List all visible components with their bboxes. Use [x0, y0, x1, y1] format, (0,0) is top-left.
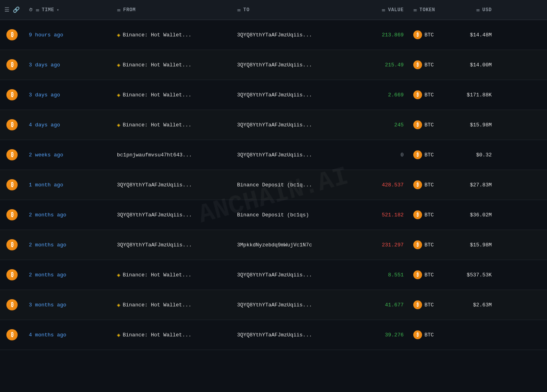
row-to-address: Binance Deposit (bc1qs) — [237, 212, 309, 218]
row-from-cell[interactable]: ◈ Binance: Hot Wallet... — [112, 58, 232, 72]
time-sort-icon[interactable]: ▾ — [56, 8, 59, 12]
row-from-cell[interactable]: 3QYQ8YthYTaAFJmzUqiis... — [112, 178, 232, 192]
row-value: 521.182 — [382, 212, 404, 218]
row-to-cell[interactable]: 3QYQ8YthYTaAFJmzUqiis... — [232, 328, 352, 342]
table-row[interactable]: ₿ 2 weeks ago bc1pnjwaufmvsu47ht643... 3… — [0, 140, 547, 170]
row-time-cell[interactable]: 3 days ago — [24, 58, 112, 72]
row-to-cell[interactable]: 3QYQ8YthYTaAFJmzUqiis... — [232, 148, 352, 162]
row-usd: $2.63M — [473, 302, 492, 308]
row-value-cell: 245 — [352, 118, 408, 132]
row-time-cell[interactable]: 2 weeks ago — [24, 148, 112, 162]
row-to-cell[interactable]: 3QYQ8YthYTaAFJmzUqiis... — [232, 118, 352, 132]
token-btc-icon: ₿ — [413, 270, 422, 279]
table-row[interactable]: ₿ 9 hours ago ◈ Binance: Hot Wallet... 3… — [0, 20, 547, 50]
col-header-to[interactable]: ⚌ TO — [232, 3, 352, 16]
table-row[interactable]: ₿ 4 days ago ◈ Binance: Hot Wallet... 3Q… — [0, 110, 547, 140]
row-to-address: 3QYQ8YthYTaAFJmzUqiis... — [237, 302, 312, 308]
row-value-cell: 39.276 — [352, 328, 408, 342]
table-row[interactable]: ₿ 2 months ago 3QYQ8YthYTaAFJmzUqiis... … — [0, 200, 547, 230]
link-icon[interactable]: 🔗 — [13, 6, 20, 13]
col-header-token[interactable]: ⚌ TOKEN — [408, 3, 448, 16]
row-to-address: 3QYQ8YthYTaAFJmzUqiis... — [237, 32, 312, 38]
col-token-label: TOKEN — [420, 7, 435, 13]
row-time-cell[interactable]: 4 months ago — [24, 328, 112, 342]
row-token-cell[interactable]: ₿ BTC — [408, 146, 448, 163]
row-from-cell[interactable]: ◈ Binance: Hot Wallet... — [112, 298, 232, 312]
row-to-address: 3MpkkdNyzebdq9mWujVc1N7c — [237, 242, 312, 248]
row-from-cell[interactable]: 3QYQ8YthYTaAFJmzUqiis... — [112, 208, 232, 222]
usd-filter-icon: ⚌ — [476, 8, 480, 12]
row-to-cell[interactable]: Binance Deposit (bc1qs) — [232, 208, 352, 222]
row-value: 428.537 — [382, 182, 404, 188]
row-token-cell[interactable]: ₿ BTC — [408, 296, 448, 313]
row-time-cell[interactable]: 1 month ago — [24, 178, 112, 192]
row-from-cell[interactable]: ◈ Binance: Hot Wallet... — [112, 28, 232, 42]
row-to-cell[interactable]: Binance Deposit (bc1q... — [232, 178, 352, 192]
row-token-cell[interactable]: ₿ BTC — [408, 86, 448, 103]
token-btc-icon: ₿ — [413, 180, 422, 189]
row-time-cell[interactable]: 9 hours ago — [24, 28, 112, 42]
row-from-cell[interactable]: bc1pnjwaufmvsu47ht643... — [112, 148, 232, 162]
row-from-address: Binance: Hot Wallet... — [123, 302, 191, 308]
row-token-cell[interactable]: ₿ BTC — [408, 266, 448, 283]
row-token-cell[interactable]: ₿ BTC — [408, 176, 448, 193]
row-from-cell[interactable]: ◈ Binance: Hot Wallet... — [112, 88, 232, 102]
row-from-cell[interactable]: 3QYQ8YthYTaAFJmzUqiis... — [112, 238, 232, 252]
row-from-address: Binance: Hot Wallet... — [123, 272, 191, 278]
row-from-cell[interactable]: ◈ Binance: Hot Wallet... — [112, 268, 232, 282]
row-to-cell[interactable]: 3QYQ8YthYTaAFJmzUqiis... — [232, 28, 352, 42]
row-token: BTC — [424, 272, 434, 278]
row-to-cell[interactable]: 3QYQ8YthYTaAFJmzUqiis... — [232, 58, 352, 72]
binance-icon: ◈ — [117, 62, 120, 68]
row-usd-cell: $14.00M — [448, 58, 497, 72]
btc-icon: ₿ — [6, 239, 18, 250]
row-token: BTC — [424, 182, 434, 188]
row-time-cell[interactable]: 4 days ago — [24, 118, 112, 132]
row-from-cell[interactable]: ◈ Binance: Hot Wallet... — [112, 328, 232, 342]
row-token-cell[interactable]: ₿ BTC — [408, 236, 448, 253]
row-usd: $14.48M — [470, 32, 492, 38]
row-from-cell[interactable]: ◈ Binance: Hot Wallet... — [112, 118, 232, 132]
table-row[interactable]: ₿ 1 month ago 3QYQ8YthYTaAFJmzUqiis... B… — [0, 170, 547, 200]
table-row[interactable]: ₿ 4 months ago ◈ Binance: Hot Wallet... … — [0, 320, 547, 350]
row-usd: $15.98M — [470, 122, 492, 128]
row-to-cell[interactable]: 3QYQ8YthYTaAFJmzUqiis... — [232, 88, 352, 102]
row-to-cell[interactable]: 3QYQ8YthYTaAFJmzUqiis... — [232, 268, 352, 282]
row-time-cell[interactable]: 3 months ago — [24, 298, 112, 312]
table-row[interactable]: ₿ 2 months ago ◈ Binance: Hot Wallet... … — [0, 260, 547, 290]
col-header-value[interactable]: ⚌ VALUE — [352, 3, 408, 16]
table-row[interactable]: ₿ 3 days ago ◈ Binance: Hot Wallet... 3Q… — [0, 50, 547, 80]
row-time-cell[interactable]: 3 days ago — [24, 88, 112, 102]
row-time-cell[interactable]: 2 months ago — [24, 208, 112, 222]
row-token-cell[interactable]: ₿ BTC — [408, 326, 448, 343]
col-header-usd[interactable]: ⚌ USD — [448, 3, 497, 16]
row-token-cell[interactable]: ₿ BTC — [408, 206, 448, 223]
btc-icon: ₿ — [6, 59, 18, 70]
row-to-cell[interactable]: 3MpkkdNyzebdq9mWujVc1N7c — [232, 238, 352, 252]
value-filter-icon: ⚌ — [382, 8, 386, 12]
btc-icon: ₿ — [6, 119, 18, 130]
col-header-from[interactable]: ⚌ FROM — [112, 3, 232, 16]
btc-icon: ₿ — [6, 149, 18, 160]
table-row[interactable]: ₿ 3 days ago ◈ Binance: Hot Wallet... 3Q… — [0, 80, 547, 110]
row-btc-icon-cell: ₿ — [0, 175, 24, 194]
row-token: BTC — [424, 302, 434, 308]
row-value: 213.869 — [382, 32, 404, 38]
row-token-cell[interactable]: ₿ BTC — [408, 116, 448, 133]
col-header-time[interactable]: ⏱ ⚌ TIME ▾ — [24, 3, 112, 16]
row-token: BTC — [424, 92, 434, 98]
table-row[interactable]: ₿ 3 months ago ◈ Binance: Hot Wallet... … — [0, 290, 547, 320]
row-time-cell[interactable]: 2 months ago — [24, 238, 112, 252]
row-token-cell[interactable]: ₿ BTC — [408, 56, 448, 73]
row-to-cell[interactable]: 3QYQ8YthYTaAFJmzUqiis... — [232, 298, 352, 312]
row-token-cell[interactable]: ₿ BTC — [408, 26, 448, 43]
table-row[interactable]: ₿ 2 months ago 3QYQ8YthYTaAFJmzUqiis... … — [0, 230, 547, 260]
row-usd: $537.53K — [467, 272, 492, 278]
row-btc-icon-cell: ₿ — [0, 205, 24, 224]
col-to-label: TO — [243, 7, 250, 13]
list-icon[interactable]: ☰ — [4, 6, 10, 13]
token-btc-icon: ₿ — [413, 120, 422, 129]
row-time-cell[interactable]: 2 months ago — [24, 268, 112, 282]
row-to-address: 3QYQ8YthYTaAFJmzUqiis... — [237, 272, 312, 278]
row-usd: $27.83M — [470, 182, 492, 188]
